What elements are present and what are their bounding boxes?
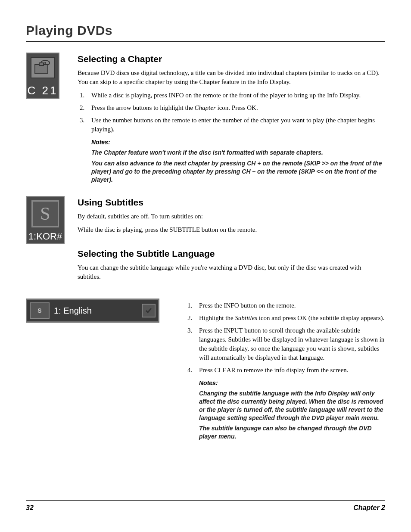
svg-rect-3	[39, 63, 44, 65]
subtitle-mini-icon: S	[30, 302, 50, 319]
sl-note-2: The subtitle language can also be change…	[199, 424, 385, 441]
step-1: While a disc is playing, press INFO on t…	[86, 91, 385, 100]
subtitle-icon-label: 1:KOR#	[28, 230, 62, 243]
step-2: Press the arrow buttons to highlight the…	[86, 103, 385, 112]
section-selecting-chapter: C 21 Selecting a Chapter Because DVD dis…	[26, 53, 385, 187]
s-letter-icon: S	[31, 200, 59, 227]
sl-step-3: Press the INPUT button to scroll through…	[194, 326, 385, 362]
subtitle-osd-icon: S 1:KOR#	[26, 196, 65, 244]
title-rule	[26, 41, 385, 42]
step-3: Use the number buttons on the remote to …	[86, 116, 385, 134]
chapter-icon-letter: C	[28, 84, 37, 97]
svg-point-1	[44, 62, 46, 64]
sl-notes-label: Notes:	[199, 379, 385, 388]
para-subtitle-lang: You can change the subtitle language whi…	[78, 263, 385, 281]
page-number: 32	[26, 503, 34, 513]
para-subtitles-2: While the disc is playing, press the SUB…	[78, 225, 385, 234]
sl-note-1: Changing the subtitle language with the …	[199, 389, 385, 422]
subtitle-bar-text: 1: English	[54, 305, 137, 317]
disc-icon	[31, 57, 55, 78]
section-using-subtitles: S 1:KOR# Using Subtitles By default, sub…	[26, 196, 385, 286]
heading-subtitle-language: Selecting the Subtitle Language	[78, 247, 385, 260]
steps-subtitle-lang: Press the INFO button on the remote. Hig…	[185, 301, 385, 375]
para-chapter-intro: Because DVD discs use digital technology…	[78, 68, 385, 87]
sl-step-2: Highlight the Subtitles icon and press O…	[194, 314, 385, 323]
page-title: Playing DVDs	[26, 22, 385, 40]
page-footer: 32 Chapter 2	[26, 500, 385, 513]
subtitle-bar-graphic: S 1: English	[26, 299, 159, 323]
heading-selecting-chapter: Selecting a Chapter	[78, 53, 385, 65]
notes-label: Notes:	[91, 138, 385, 147]
steps-chapter: While a disc is playing, press INFO on t…	[78, 91, 385, 134]
sl-step-4: Press CLEAR to remove the info display f…	[194, 366, 385, 375]
note-chapter-2: You can also advance to the next chapter…	[91, 159, 385, 184]
heading-using-subtitles: Using Subtitles	[78, 196, 385, 208]
chapter-icon-number: 21	[42, 84, 58, 97]
checkmark-icon	[142, 304, 156, 317]
subtitle-language-block: S 1: English Press the INFO button on th…	[26, 299, 385, 443]
sl-step-1: Press the INFO button on the remote.	[194, 301, 385, 310]
para-subtitles-1: By default, subtitles are off. To turn s…	[78, 212, 385, 221]
chapter-osd-icon: C 21	[26, 53, 59, 99]
chapter-label: Chapter 2	[353, 503, 385, 513]
note-chapter-1: The Chapter feature won't work if the di…	[91, 149, 385, 157]
